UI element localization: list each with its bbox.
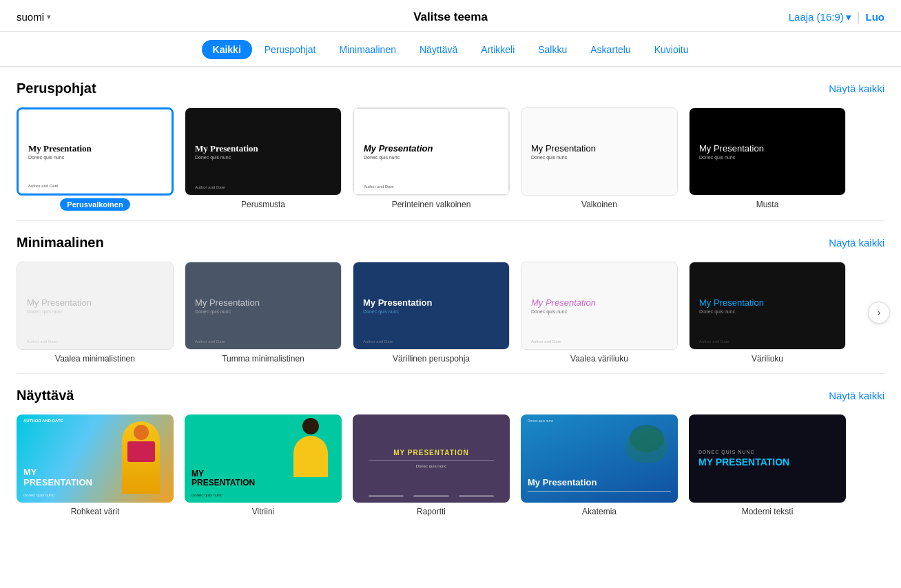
thumb-footer: Author and Date xyxy=(195,339,225,344)
aspect-label: Laaja (16:9) xyxy=(789,11,844,23)
thumb-vitriini[interactable]: MYPRESENTATION Donec quis nunc xyxy=(185,414,342,503)
thumb-sub: Donec quis nunc xyxy=(363,309,499,314)
template-perinteinen[interactable]: My Presentation Donec quis nunc Author a… xyxy=(353,107,510,211)
template-label: Moderni teksti xyxy=(742,507,794,516)
thumb-perusmusta[interactable]: My Presentation Donec quis nunc Author a… xyxy=(185,107,342,196)
create-button[interactable]: Luo xyxy=(866,11,885,23)
filter-tab-minimaalinen[interactable]: Minimaalinen xyxy=(329,40,407,59)
section-title-minimaalinen: Minimaalinen xyxy=(17,235,104,251)
thumb-sub: Donec quis nunc xyxy=(699,155,836,160)
template-perusmusta[interactable]: My Presentation Donec quis nunc Author a… xyxy=(185,107,342,211)
header-left: suomi ▾ xyxy=(17,11,51,23)
template-label: Vaalea minimalistinen xyxy=(55,354,135,364)
language-chevron-icon[interactable]: ▾ xyxy=(47,12,51,21)
section-title-peruspohjat: Peruspohjat xyxy=(17,81,96,96)
thumb-moderni[interactable]: DONEC QUIS NUNC MY PRESENTATION xyxy=(689,414,846,503)
thumb-sub: Donec quis nunc xyxy=(195,155,331,160)
thumb-footer: Author and Date xyxy=(27,339,57,344)
template-label: Raportti xyxy=(417,507,446,516)
thumb-vaalea-min[interactable]: My Presentation Donec quis nunc Author a… xyxy=(17,262,174,350)
aspect-ratio-selector[interactable]: Laaja (16:9) ▾ xyxy=(789,11,851,23)
thumb-sub: Donec quis nunc xyxy=(195,309,331,314)
show-all-minimaalinen[interactable]: Näytä kaikki xyxy=(829,237,884,249)
header-divider: | xyxy=(857,10,860,24)
thumb-akatemia[interactable]: Donec quis nunc My Presentation xyxy=(521,414,678,503)
template-moderni[interactable]: DONEC QUIS NUNC MY PRESENTATION Moderni … xyxy=(689,414,846,516)
thumb-tumma-min[interactable]: My Presentation Donec quis nunc Author a… xyxy=(185,262,342,350)
template-vaalea-var[interactable]: My Presentation Donec quis nunc Author a… xyxy=(521,262,678,364)
section-header-peruspohjat: Peruspohjat Näytä kaikki xyxy=(17,81,884,96)
filter-tab-askartelu[interactable]: Askartelu xyxy=(579,40,641,59)
thumb-vaalea-var[interactable]: My Presentation Donec quis nunc Author a… xyxy=(521,262,678,350)
template-musta[interactable]: My Presentation Donec quis nunc Musta xyxy=(689,107,846,211)
template-label: Perinteinen valkoinen xyxy=(392,200,471,209)
thumb-footer: Author and Date xyxy=(531,339,561,344)
filter-tab-artikkeli[interactable]: Artikkeli xyxy=(470,40,526,59)
thumb-title: My Presentation xyxy=(531,143,667,154)
template-valkoinen[interactable]: My Presentation Donec quis nunc Valkoine… xyxy=(521,107,678,211)
show-all-nayttava[interactable]: Näytä kaikki xyxy=(829,390,884,401)
filter-tab-kuvioitu[interactable]: Kuvioitu xyxy=(643,40,700,59)
filter-bar: Kaikki Peruspohjat Minimaalinen Näyttävä… xyxy=(0,32,901,67)
language-selector[interactable]: suomi xyxy=(17,11,44,23)
template-label: Tumma minimalistinen xyxy=(222,354,304,364)
template-perusvalkoinen[interactable]: My Presentation Donec quis nunc Author a… xyxy=(17,107,174,211)
header-right: Laaja (16:9) ▾ | Luo xyxy=(789,10,884,24)
thumb-title: My Presentation xyxy=(364,143,499,154)
template-label: Vitriini xyxy=(252,507,274,516)
thumb-sub: Donec quis nunc xyxy=(699,309,836,314)
section-peruspohjat: Peruspohjat Näytä kaikki My Presentation… xyxy=(0,67,901,218)
selected-badge: Perusvalkoinen xyxy=(60,198,130,211)
minimaalinen-row: My Presentation Donec quis nunc Author a… xyxy=(17,262,884,364)
filter-tab-salkku[interactable]: Salkku xyxy=(527,40,578,59)
template-label: Musta xyxy=(756,200,779,209)
page-title: Valitse teema xyxy=(413,10,488,24)
template-label: Vaalea väriliuku xyxy=(570,354,628,364)
thumb-title: My Presentation xyxy=(699,143,836,154)
template-vaalea-min[interactable]: My Presentation Donec quis nunc Author a… xyxy=(17,262,174,364)
template-label: Akatemia xyxy=(582,507,617,516)
show-all-peruspohjat[interactable]: Näytä kaikki xyxy=(829,83,884,94)
minimaalinen-scroll: My Presentation Donec quis nunc Author a… xyxy=(17,262,884,364)
thumb-footer: Author and Date xyxy=(195,185,225,189)
thumb-title: My Presentation xyxy=(531,297,667,308)
thumb-sub: Donec quis nunc xyxy=(28,155,162,160)
thumb-footer: Author and Date xyxy=(363,339,393,344)
template-label: Perusmusta xyxy=(241,200,285,209)
thumb-title: My Presentation xyxy=(363,297,499,308)
thumb-variliuku[interactable]: My Presentation Donec quis nunc Author a… xyxy=(689,262,846,350)
section-header-minimaalinen: Minimaalinen Näytä kaikki xyxy=(17,235,884,251)
thumb-footer: Author and Date xyxy=(699,339,729,344)
template-varillinen[interactable]: My Presentation Donec quis nunc Author a… xyxy=(353,262,510,364)
thumb-rohkeat[interactable]: AUTHOR AND DATE MYPRESENTATION Donec qui… xyxy=(17,414,174,503)
section-header-nayttava: Näyttävä Näytä kaikki xyxy=(17,388,884,403)
section-minimaalinen: Minimaalinen Näytä kaikki My Presentatio… xyxy=(0,221,901,370)
aspect-chevron-icon: ▾ xyxy=(846,11,851,23)
scroll-right-arrow[interactable]: › xyxy=(868,302,890,324)
template-akatemia[interactable]: Donec quis nunc My Presentation Akatemia xyxy=(521,414,678,516)
template-tumma-min[interactable]: My Presentation Donec quis nunc Author a… xyxy=(185,262,342,364)
thumb-title: My Presentation xyxy=(28,143,162,154)
template-variliuku[interactable]: My Presentation Donec quis nunc Author a… xyxy=(689,262,846,364)
filter-tab-kaikki[interactable]: Kaikki xyxy=(202,40,252,59)
template-label: Väriliuku xyxy=(752,354,783,364)
thumb-sub: Donec quis nunc xyxy=(531,309,667,314)
thumb-footer: Author and Date xyxy=(28,184,59,188)
thumb-sub: Donec quis nunc xyxy=(364,155,499,160)
thumb-varillinen[interactable]: My Presentation Donec quis nunc Author a… xyxy=(353,262,510,350)
thumb-sub: Donec quis nunc xyxy=(27,309,163,314)
thumb-title: My Presentation xyxy=(195,297,331,308)
template-raportti[interactable]: MY PRESENTATION Donec quis nunc Raportti xyxy=(353,414,510,516)
thumb-valkoinen[interactable]: My Presentation Donec quis nunc xyxy=(521,107,678,196)
section-title-nayttava: Näyttävä xyxy=(17,388,74,403)
peruspohjat-scroll: My Presentation Donec quis nunc Author a… xyxy=(17,107,884,211)
thumb-raportti[interactable]: MY PRESENTATION Donec quis nunc xyxy=(353,414,510,503)
template-vitriini[interactable]: MYPRESENTATION Donec quis nunc Vitriini xyxy=(185,414,342,516)
template-label: Värillinen peruspohja xyxy=(393,354,470,364)
filter-tab-nayttava[interactable]: Näyttävä xyxy=(408,40,468,59)
thumb-musta[interactable]: My Presentation Donec quis nunc xyxy=(689,107,846,196)
filter-tab-peruspohjat[interactable]: Peruspohjat xyxy=(253,40,327,59)
template-rohkeat[interactable]: AUTHOR AND DATE MYPRESENTATION Donec qui… xyxy=(17,414,174,516)
thumb-perusvalkoinen[interactable]: My Presentation Donec quis nunc Author a… xyxy=(17,107,174,196)
thumb-perinteinen[interactable]: My Presentation Donec quis nunc Author a… xyxy=(353,107,510,196)
